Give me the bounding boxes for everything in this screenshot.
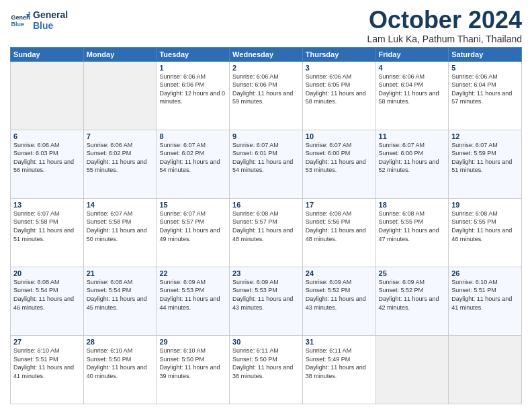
logo-blue: Blue [33, 20, 68, 31]
sunset-text: Sunset: 5:50 PM [232, 355, 300, 364]
daylight-text: Daylight: 11 hours and 49 minutes. [159, 226, 226, 243]
sunrise-text: Sunrise: 6:09 AM [232, 278, 300, 287]
day-number: 28 [87, 338, 154, 346]
day-number: 2 [232, 64, 300, 72]
month-title: October 2024 [367, 7, 522, 34]
day-info: Sunrise: 6:08 AMSunset: 5:56 PMDaylight:… [306, 210, 373, 243]
calendar-cell: 14Sunrise: 6:07 AMSunset: 5:58 PMDayligh… [83, 198, 157, 267]
daylight-text: Daylight: 11 hours and 47 minutes. [379, 226, 446, 243]
calendar-cell [83, 61, 157, 130]
day-info: Sunrise: 6:07 AMSunset: 5:58 PMDaylight:… [87, 210, 154, 243]
sunrise-text: Sunrise: 6:06 AM [451, 73, 519, 81]
sunrise-text: Sunrise: 6:06 AM [13, 141, 81, 150]
daylight-text: Daylight: 11 hours and 43 minutes. [232, 295, 300, 312]
day-number: 14 [87, 201, 154, 209]
day-number: 8 [159, 132, 226, 140]
day-info: Sunrise: 6:08 AMSunset: 5:55 PMDaylight:… [451, 210, 519, 243]
calendar-cell: 1Sunrise: 6:06 AMSunset: 6:06 PMDaylight… [157, 61, 230, 130]
sunrise-text: Sunrise: 6:08 AM [87, 278, 154, 287]
sunset-text: Sunset: 6:06 PM [159, 81, 226, 89]
col-friday: Friday [375, 47, 449, 61]
calendar-cell: 19Sunrise: 6:08 AMSunset: 5:55 PMDayligh… [449, 198, 522, 267]
sunrise-text: Sunrise: 6:11 AM [232, 347, 300, 355]
calendar-cell: 17Sunrise: 6:08 AMSunset: 5:56 PMDayligh… [302, 198, 375, 267]
calendar-cell: 2Sunrise: 6:06 AMSunset: 6:06 PMDaylight… [230, 61, 303, 130]
sunset-text: Sunset: 5:53 PM [159, 286, 226, 295]
daylight-text: Daylight: 11 hours and 46 minutes. [13, 295, 81, 312]
daylight-text: Daylight: 11 hours and 57 minutes. [451, 89, 519, 106]
day-info: Sunrise: 6:07 AMSunset: 6:01 PMDaylight:… [232, 141, 300, 175]
calendar-week-1: 1Sunrise: 6:06 AMSunset: 6:06 PMDaylight… [11, 61, 522, 130]
calendar-cell: 6Sunrise: 6:06 AMSunset: 6:03 PMDaylight… [11, 130, 84, 198]
sunset-text: Sunset: 6:02 PM [159, 149, 226, 158]
calendar-cell [375, 335, 449, 404]
col-saturday: Saturday [449, 47, 522, 61]
sunrise-text: Sunrise: 6:08 AM [13, 278, 81, 287]
day-info: Sunrise: 6:07 AMSunset: 5:57 PMDaylight:… [159, 210, 226, 243]
sunset-text: Sunset: 6:04 PM [451, 81, 519, 89]
daylight-text: Daylight: 11 hours and 56 minutes. [13, 158, 81, 175]
calendar-cell: 20Sunrise: 6:08 AMSunset: 5:54 PMDayligh… [11, 267, 84, 335]
sunset-text: Sunset: 6:05 PM [306, 81, 373, 89]
calendar-week-4: 20Sunrise: 6:08 AMSunset: 5:54 PMDayligh… [11, 267, 522, 335]
calendar-cell: 29Sunrise: 6:10 AMSunset: 5:50 PMDayligh… [157, 335, 230, 404]
sunrise-text: Sunrise: 6:08 AM [306, 210, 373, 218]
title-area: October 2024 Lam Luk Ka, Pathum Thani, T… [367, 7, 522, 44]
col-wednesday: Wednesday [230, 47, 303, 61]
day-number: 30 [232, 338, 300, 346]
calendar-cell: 25Sunrise: 6:09 AMSunset: 5:52 PMDayligh… [375, 267, 449, 335]
sunrise-text: Sunrise: 6:07 AM [13, 210, 81, 218]
sunset-text: Sunset: 5:59 PM [451, 149, 519, 158]
logo-icon: General Blue [10, 10, 30, 30]
day-info: Sunrise: 6:07 AMSunset: 5:59 PMDaylight:… [451, 141, 519, 175]
daylight-text: Daylight: 11 hours and 52 minutes. [379, 158, 446, 175]
sunset-text: Sunset: 5:56 PM [306, 218, 373, 226]
calendar-cell: 18Sunrise: 6:08 AMSunset: 5:55 PMDayligh… [375, 198, 449, 267]
daylight-text: Daylight: 11 hours and 54 minutes. [232, 158, 300, 175]
col-thursday: Thursday [302, 47, 375, 61]
col-sunday: Sunday [11, 47, 84, 61]
sunset-text: Sunset: 6:00 PM [379, 149, 446, 158]
calendar-cell: 4Sunrise: 6:06 AMSunset: 6:04 PMDaylight… [375, 61, 449, 130]
calendar-table: Sunday Monday Tuesday Wednesday Thursday… [10, 47, 522, 404]
day-info: Sunrise: 6:06 AMSunset: 6:03 PMDaylight:… [13, 141, 81, 175]
day-info: Sunrise: 6:06 AMSunset: 6:04 PMDaylight:… [451, 73, 519, 106]
sunrise-text: Sunrise: 6:06 AM [87, 141, 154, 150]
day-info: Sunrise: 6:06 AMSunset: 6:02 PMDaylight:… [87, 141, 154, 175]
calendar-cell: 26Sunrise: 6:10 AMSunset: 5:51 PMDayligh… [449, 267, 522, 335]
calendar-header-row: Sunday Monday Tuesday Wednesday Thursday… [11, 47, 522, 61]
sunrise-text: Sunrise: 6:08 AM [379, 210, 446, 218]
calendar-cell: 9Sunrise: 6:07 AMSunset: 6:01 PMDaylight… [230, 130, 303, 198]
day-number: 15 [159, 201, 226, 209]
calendar-cell: 7Sunrise: 6:06 AMSunset: 6:02 PMDaylight… [83, 130, 157, 198]
day-info: Sunrise: 6:07 AMSunset: 6:02 PMDaylight:… [159, 141, 226, 175]
calendar-cell: 24Sunrise: 6:09 AMSunset: 5:52 PMDayligh… [302, 267, 375, 335]
daylight-text: Daylight: 11 hours and 48 minutes. [306, 226, 373, 243]
sunrise-text: Sunrise: 6:07 AM [159, 210, 226, 218]
sunrise-text: Sunrise: 6:06 AM [232, 73, 300, 81]
day-number: 12 [451, 132, 519, 140]
day-info: Sunrise: 6:07 AMSunset: 5:58 PMDaylight:… [13, 210, 81, 243]
day-number: 18 [379, 201, 446, 209]
daylight-text: Daylight: 11 hours and 55 minutes. [87, 158, 154, 175]
sunrise-text: Sunrise: 6:07 AM [451, 141, 519, 150]
calendar-week-3: 13Sunrise: 6:07 AMSunset: 5:58 PMDayligh… [11, 198, 522, 267]
sunrise-text: Sunrise: 6:10 AM [159, 347, 226, 355]
sunrise-text: Sunrise: 6:07 AM [306, 141, 373, 150]
day-number: 7 [87, 132, 154, 140]
daylight-text: Daylight: 11 hours and 38 minutes. [232, 363, 300, 380]
sunset-text: Sunset: 5:51 PM [451, 286, 519, 295]
daylight-text: Daylight: 11 hours and 59 minutes. [232, 89, 300, 106]
page: General Blue General Blue October 2024 L… [0, 0, 532, 411]
day-info: Sunrise: 6:07 AMSunset: 6:00 PMDaylight:… [379, 141, 446, 175]
day-info: Sunrise: 6:08 AMSunset: 5:54 PMDaylight:… [13, 278, 81, 312]
day-number: 23 [232, 269, 300, 277]
day-number: 1 [159, 64, 226, 72]
day-number: 27 [13, 338, 81, 346]
sunset-text: Sunset: 5:58 PM [87, 218, 154, 226]
day-number: 10 [306, 132, 373, 140]
calendar-week-2: 6Sunrise: 6:06 AMSunset: 6:03 PMDaylight… [11, 130, 522, 198]
day-info: Sunrise: 6:06 AMSunset: 6:04 PMDaylight:… [379, 73, 446, 106]
daylight-text: Daylight: 11 hours and 42 minutes. [379, 295, 446, 312]
daylight-text: Daylight: 11 hours and 51 minutes. [13, 226, 81, 243]
